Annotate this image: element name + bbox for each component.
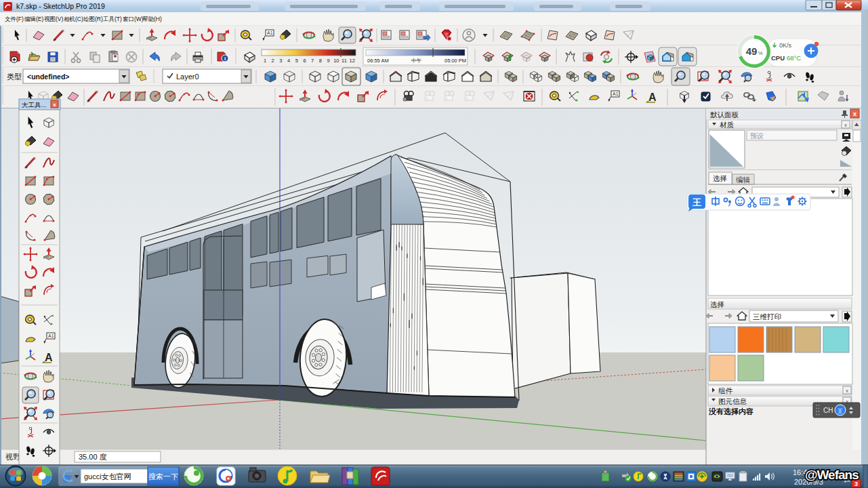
svg-text:k7.skp - SketchUp Pro 2019: k7.skp - SketchUp Pro 2019 — [16, 2, 105, 10]
svg-text:三维打印: 三维打印 — [753, 312, 781, 321]
svg-text:组件: 组件 — [718, 386, 733, 394]
svg-text:王: 王 — [837, 408, 843, 414]
svg-text:x: x — [853, 110, 856, 117]
svg-text:x: x — [844, 122, 847, 128]
svg-text:视图(V): 视图(V) — [44, 16, 64, 22]
svg-text:68°C: 68°C — [787, 54, 801, 62]
svg-text:大工具...: 大工具... — [22, 101, 46, 108]
svg-text:0K/s: 0K/s — [779, 42, 792, 49]
svg-text:49: 49 — [746, 45, 758, 57]
svg-text:x: x — [53, 102, 56, 108]
svg-text:编辑(E): 编辑(E) — [24, 16, 44, 22]
svg-text:编辑: 编辑 — [736, 176, 751, 184]
svg-text:i: i — [224, 56, 226, 62]
svg-text:图元信息: 图元信息 — [718, 397, 747, 405]
svg-text:<undefined>: <undefined> — [27, 73, 69, 81]
svg-text:9: 9 — [327, 58, 330, 64]
svg-text:05:00 PM: 05:00 PM — [445, 58, 466, 64]
svg-text:A: A — [648, 92, 657, 103]
svg-text:文件(F): 文件(F) — [5, 16, 24, 22]
svg-text:5: 5 — [295, 58, 298, 64]
svg-text:A1: A1 — [48, 333, 54, 338]
svg-text:材质: 材质 — [720, 121, 735, 129]
svg-text:35.00 度: 35.00 度 — [79, 453, 107, 461]
svg-text:搜索一下: 搜索一下 — [148, 472, 178, 481]
svg-text:王: 王 — [692, 197, 701, 207]
svg-text:@Wefans: @Wefans — [805, 468, 859, 482]
svg-text:选择: 选择 — [710, 300, 724, 308]
svg-text:1: 1 — [264, 58, 266, 64]
svg-text:%: % — [758, 50, 762, 56]
svg-text:视野: 视野 — [5, 453, 20, 461]
svg-text:gucci女包官网: gucci女包官网 — [84, 472, 131, 481]
svg-text:相机(C): 相机(C) — [64, 16, 83, 22]
svg-text:2: 2 — [272, 58, 274, 64]
svg-text:3: 3 — [279, 58, 282, 64]
svg-text:CPU: CPU — [771, 54, 785, 62]
svg-text:绘图(R): 绘图(R) — [83, 16, 103, 22]
svg-text:12: 12 — [350, 58, 355, 64]
svg-text:帮助(H): 帮助(H) — [142, 16, 162, 22]
svg-text:预设: 预设 — [750, 132, 764, 140]
svg-text:默认面板: 默认面板 — [710, 110, 739, 119]
svg-text:Layer0: Layer0 — [176, 73, 199, 81]
svg-text:8: 8 — [319, 58, 322, 64]
svg-text:10: 10 — [333, 58, 339, 64]
svg-text:窗口(W): 窗口(W) — [123, 16, 144, 22]
svg-text:A: A — [45, 352, 53, 363]
svg-text:CH: CH — [823, 407, 833, 414]
svg-text:x: x — [846, 388, 848, 394]
svg-text:选择: 选择 — [713, 174, 727, 182]
svg-text:7: 7 — [311, 58, 314, 64]
svg-text:+: + — [752, 96, 756, 104]
svg-text:6: 6 — [303, 58, 306, 64]
svg-text:A1: A1 — [613, 92, 619, 96]
svg-text:没有选择内容: 没有选择内容 — [708, 407, 753, 415]
svg-text:4: 4 — [287, 58, 290, 64]
svg-text:中午: 中午 — [411, 58, 422, 64]
svg-text:06:55 AM: 06:55 AM — [367, 58, 389, 64]
svg-text:11: 11 — [342, 58, 347, 64]
svg-text:工具(T): 工具(T) — [102, 16, 122, 22]
svg-text:A1: A1 — [267, 30, 273, 35]
